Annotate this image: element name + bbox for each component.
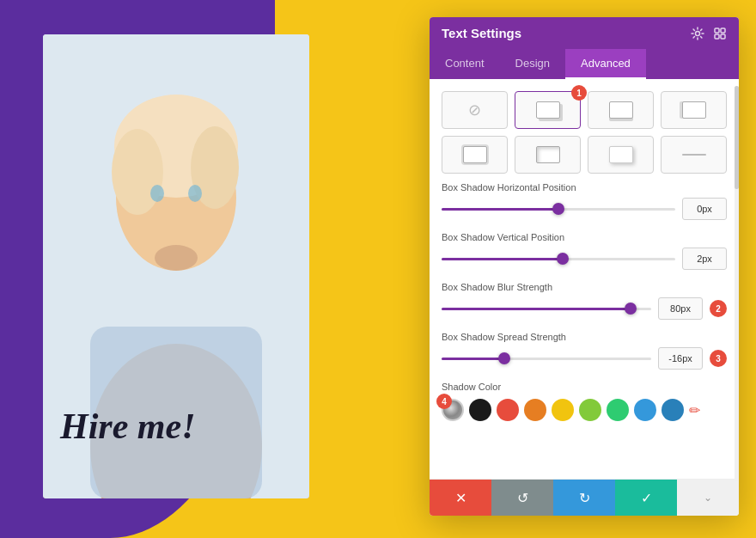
svg-rect-12 [721,28,725,33]
slider-fill-spread [442,358,504,360]
shadow-option-bottom[interactable] [588,91,654,129]
shadow-option-custom2[interactable] [661,136,727,174]
setting-horizontal-position: Box Shadow Horizontal Position 0px [442,182,727,220]
panel-footer: ✕ ↺ ↻ ✓ ⌄ [430,479,739,516]
slider-row-horizontal: 0px [442,198,727,220]
label-blur: Box Shadow Blur Strength [442,282,727,292]
shadow-style-grid: ⊘ 1 [442,91,727,174]
svg-rect-11 [715,28,719,33]
slider-value-spread[interactable]: -16px [658,347,703,370]
confirm-icon: ✓ [641,490,652,506]
undo-icon: ↺ [517,490,528,506]
tab-content[interactable]: Content [430,49,500,79]
slider-row-spread: -16px 3 [442,347,727,370]
swatch-container-special: 4 [442,399,464,421]
swatch-yellow[interactable] [552,399,574,421]
shadow-option-none[interactable]: ⊘ [442,91,508,129]
setting-vertical-position: Box Shadow Vertical Position 2px [442,232,727,270]
shadow-option-right[interactable]: 1 [515,91,581,129]
shadow-custom1-preview [609,146,633,163]
svg-point-4 [112,129,163,215]
canvas-area: Hire me! [43,34,309,498]
panel-body: ⊘ 1 [430,79,739,479]
shadow-bottom-preview [609,101,633,119]
setting-blur: Box Shadow Blur Strength 80px 2 [442,282,727,320]
swatch-green[interactable] [607,399,629,421]
undo-button[interactable]: ↺ [491,480,553,516]
settings-icon[interactable] [691,27,704,40]
svg-point-7 [188,185,202,202]
label-horizontal: Box Shadow Horizontal Position [442,182,727,193]
collapse-button[interactable]: ⌄ [677,480,739,516]
slider-fill-vertical [442,258,563,260]
color-picker-icon[interactable]: ✏ [689,402,700,419]
tab-design[interactable]: Design [500,49,565,79]
svg-point-8 [155,245,198,271]
slider-value-blur[interactable]: 80px [658,297,703,320]
swatch-darkblue[interactable] [662,399,684,421]
cancel-button[interactable]: ✕ [430,480,491,516]
slider-value-vertical[interactable]: 2px [682,248,727,270]
redo-icon: ↻ [579,490,590,506]
slider-fill-horizontal [442,208,558,211]
color-swatch-row: 4 ✏ [442,399,727,421]
label-shadow-color: Shadow Color [442,382,727,392]
shadow-option-inset[interactable] [515,136,581,174]
slider-value-horizontal[interactable]: 0px [682,198,727,220]
shadow-option-custom1[interactable] [588,136,654,174]
shadow-inset-preview [536,146,560,163]
svg-point-6 [150,185,164,202]
shadow-line-preview [682,154,706,156]
panel-header: Text Settings [430,17,739,49]
slider-track-horizontal[interactable] [442,208,675,211]
slider-track-vertical[interactable] [442,258,675,260]
slider-track-spread[interactable] [442,358,651,360]
collapse-icon: ⌄ [704,492,712,504]
setting-shadow-color: Shadow Color 4 ✏ [442,382,727,421]
hire-me-text: Hire me! [60,406,195,447]
tab-advanced[interactable]: Advanced [565,49,646,79]
label-vertical: Box Shadow Vertical Position [442,232,727,242]
settings-panel: Text Settings Content Design Advanced [430,17,739,516]
setting-spread: Box Shadow Spread Strength -16px 3 [442,332,727,370]
panel-title: Text Settings [442,26,521,40]
swatch-red[interactable] [497,399,519,421]
confirm-button[interactable]: ✓ [615,480,677,516]
slider-row-vertical: 2px [442,248,727,270]
slider-thumb-blur[interactable] [625,303,637,315]
panel-tabs: Content Design Advanced [430,49,739,79]
slider-thumb-vertical[interactable] [557,253,569,265]
badge-4: 4 [436,394,452,409]
shadow-option-left[interactable] [661,91,727,129]
header-icons [691,27,727,40]
shadow-option-all[interactable] [442,136,508,174]
slider-fill-blur [442,308,631,310]
expand-icon[interactable] [713,27,727,40]
label-spread: Box Shadow Spread Strength [442,332,727,342]
svg-point-10 [696,31,700,35]
svg-rect-14 [721,34,725,39]
redo-button[interactable]: ↻ [553,480,615,516]
svg-rect-13 [715,34,719,39]
badge-2: 2 [710,300,727,317]
swatch-blue[interactable] [634,399,656,421]
slider-thumb-horizontal[interactable] [552,203,564,215]
slider-row-blur: 80px 2 [442,297,727,320]
swatch-lightgreen[interactable] [579,399,601,421]
cancel-icon: ✕ [455,490,466,506]
swatch-orange[interactable] [524,399,546,421]
badge-1: 1 [571,85,587,101]
slider-thumb-spread[interactable] [498,352,510,364]
shadow-all-preview [463,146,487,163]
scrollbar-thumb[interactable] [735,86,739,189]
swatch-black[interactable] [469,399,491,421]
shadow-right-preview [536,101,560,119]
panel-scrollbar[interactable] [735,86,739,481]
no-shadow-icon: ⊘ [468,101,481,119]
shadow-left-preview [682,101,706,119]
slider-track-blur[interactable] [442,308,651,310]
badge-3: 3 [710,350,727,367]
